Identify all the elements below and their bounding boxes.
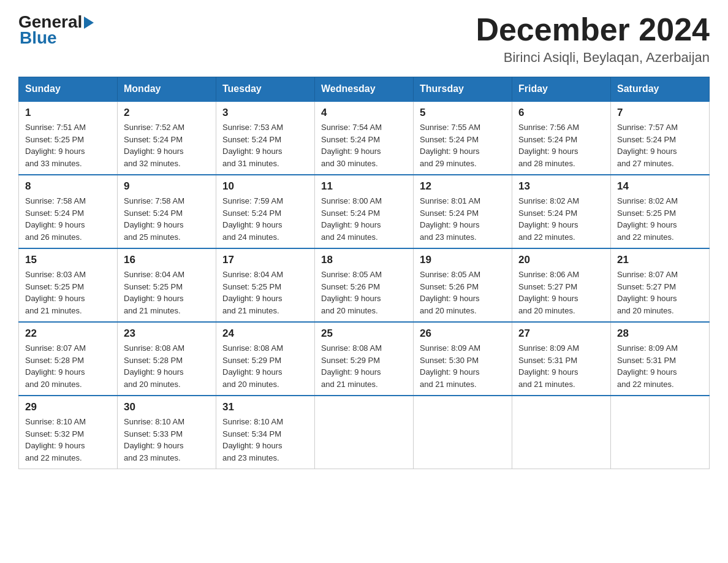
page-header: General Blue December 2024 Birinci Asiql… — [18, 12, 710, 66]
day-detail: Sunrise: 8:09 AM Sunset: 5:31 PM Dayligh… — [518, 342, 604, 390]
day-number: 25 — [321, 327, 407, 340]
calendar-week-row: 22 Sunrise: 8:07 AM Sunset: 5:28 PM Dayl… — [19, 322, 710, 396]
day-detail: Sunrise: 8:09 AM Sunset: 5:30 PM Dayligh… — [420, 342, 506, 390]
day-number: 9 — [124, 180, 210, 193]
day-detail: Sunrise: 8:03 AM Sunset: 5:25 PM Dayligh… — [25, 269, 111, 316]
logo: General Blue — [18, 12, 94, 48]
day-detail: Sunrise: 8:05 AM Sunset: 5:26 PM Dayligh… — [420, 269, 506, 316]
calendar-week-row: 1 Sunrise: 7:51 AM Sunset: 5:25 PM Dayli… — [19, 101, 710, 175]
calendar-cell: 10 Sunrise: 7:59 AM Sunset: 5:24 PM Dayl… — [216, 175, 315, 248]
day-detail: Sunrise: 7:51 AM Sunset: 5:25 PM Dayligh… — [25, 121, 111, 169]
day-number: 3 — [222, 107, 308, 119]
calendar-cell: 7 Sunrise: 7:57 AM Sunset: 5:24 PM Dayli… — [611, 101, 710, 175]
day-number: 17 — [222, 254, 308, 266]
day-detail: Sunrise: 8:04 AM Sunset: 5:25 PM Dayligh… — [222, 269, 308, 316]
day-detail: Sunrise: 7:52 AM Sunset: 5:24 PM Dayligh… — [124, 121, 210, 169]
day-detail: Sunrise: 8:10 AM Sunset: 5:32 PM Dayligh… — [25, 416, 111, 464]
day-detail: Sunrise: 8:00 AM Sunset: 5:24 PM Dayligh… — [321, 195, 407, 243]
day-detail: Sunrise: 8:08 AM Sunset: 5:29 PM Dayligh… — [321, 342, 407, 390]
calendar-cell: 20 Sunrise: 8:06 AM Sunset: 5:27 PM Dayl… — [512, 248, 611, 322]
day-number: 26 — [420, 327, 506, 340]
day-detail: Sunrise: 8:09 AM Sunset: 5:31 PM Dayligh… — [617, 342, 703, 390]
day-number: 21 — [617, 254, 703, 266]
day-detail: Sunrise: 7:54 AM Sunset: 5:24 PM Dayligh… — [321, 121, 407, 169]
day-number: 4 — [321, 107, 407, 119]
day-number: 19 — [420, 254, 506, 266]
day-number: 30 — [124, 401, 210, 413]
day-number: 13 — [518, 180, 604, 193]
weekday-header-monday: Monday — [118, 77, 216, 102]
calendar-cell: 21 Sunrise: 8:07 AM Sunset: 5:27 PM Dayl… — [611, 248, 710, 322]
calendar-cell: 9 Sunrise: 7:58 AM Sunset: 5:24 PM Dayli… — [118, 175, 216, 248]
weekday-header-friday: Friday — [512, 77, 611, 102]
weekday-header-saturday: Saturday — [611, 77, 710, 102]
calendar-table: SundayMondayTuesdayWednesdayThursdayFrid… — [18, 77, 710, 469]
calendar-cell: 16 Sunrise: 8:04 AM Sunset: 5:25 PM Dayl… — [118, 248, 216, 322]
day-detail: Sunrise: 7:58 AM Sunset: 5:24 PM Dayligh… — [25, 195, 111, 243]
day-detail: Sunrise: 8:07 AM Sunset: 5:28 PM Dayligh… — [25, 342, 111, 390]
day-number: 14 — [617, 180, 703, 193]
day-number: 23 — [124, 327, 210, 340]
calendar-week-row: 29 Sunrise: 8:10 AM Sunset: 5:32 PM Dayl… — [19, 396, 710, 469]
day-number: 5 — [420, 107, 506, 119]
day-number: 28 — [617, 327, 703, 340]
calendar-cell: 30 Sunrise: 8:10 AM Sunset: 5:33 PM Dayl… — [118, 396, 216, 469]
day-number: 6 — [518, 107, 604, 119]
calendar-cell: 17 Sunrise: 8:04 AM Sunset: 5:25 PM Dayl… — [216, 248, 315, 322]
weekday-header-sunday: Sunday — [19, 77, 118, 102]
day-detail: Sunrise: 8:08 AM Sunset: 5:29 PM Dayligh… — [222, 342, 308, 390]
day-detail: Sunrise: 8:08 AM Sunset: 5:28 PM Dayligh… — [124, 342, 210, 390]
day-number: 8 — [25, 180, 111, 193]
day-number: 22 — [25, 327, 111, 340]
calendar-week-row: 8 Sunrise: 7:58 AM Sunset: 5:24 PM Dayli… — [19, 175, 710, 248]
calendar-cell: 27 Sunrise: 8:09 AM Sunset: 5:31 PM Dayl… — [512, 322, 611, 396]
day-detail: Sunrise: 8:02 AM Sunset: 5:24 PM Dayligh… — [518, 195, 604, 243]
calendar-cell — [611, 396, 710, 469]
day-number: 1 — [25, 107, 111, 119]
calendar-cell — [414, 396, 512, 469]
day-number: 15 — [25, 254, 111, 266]
calendar-cell: 22 Sunrise: 8:07 AM Sunset: 5:28 PM Dayl… — [19, 322, 118, 396]
calendar-cell: 14 Sunrise: 8:02 AM Sunset: 5:25 PM Dayl… — [611, 175, 710, 248]
day-detail: Sunrise: 8:06 AM Sunset: 5:27 PM Dayligh… — [518, 269, 604, 316]
calendar-cell: 26 Sunrise: 8:09 AM Sunset: 5:30 PM Dayl… — [414, 322, 512, 396]
calendar-header-row: SundayMondayTuesdayWednesdayThursdayFrid… — [19, 77, 710, 102]
calendar-cell: 3 Sunrise: 7:53 AM Sunset: 5:24 PM Dayli… — [216, 101, 315, 175]
day-number: 29 — [25, 401, 111, 413]
day-detail: Sunrise: 7:58 AM Sunset: 5:24 PM Dayligh… — [124, 195, 210, 243]
weekday-header-tuesday: Tuesday — [216, 77, 315, 102]
day-detail: Sunrise: 8:04 AM Sunset: 5:25 PM Dayligh… — [124, 269, 210, 316]
day-number: 16 — [124, 254, 210, 266]
day-number: 10 — [222, 180, 308, 193]
calendar-cell — [512, 396, 611, 469]
day-number: 11 — [321, 180, 407, 193]
logo-triangle-icon — [84, 17, 94, 29]
calendar-cell: 13 Sunrise: 8:02 AM Sunset: 5:24 PM Dayl… — [512, 175, 611, 248]
day-number: 24 — [222, 327, 308, 340]
day-detail: Sunrise: 7:56 AM Sunset: 5:24 PM Dayligh… — [518, 121, 604, 169]
weekday-header-thursday: Thursday — [414, 77, 512, 102]
day-number: 31 — [222, 401, 308, 413]
day-number: 27 — [518, 327, 604, 340]
calendar-cell: 25 Sunrise: 8:08 AM Sunset: 5:29 PM Dayl… — [315, 322, 414, 396]
day-detail: Sunrise: 8:10 AM Sunset: 5:33 PM Dayligh… — [124, 416, 210, 464]
calendar-cell — [315, 396, 414, 469]
weekday-header-wednesday: Wednesday — [315, 77, 414, 102]
logo-blue-text: Blue — [20, 28, 57, 48]
day-number: 7 — [617, 107, 703, 119]
calendar-cell: 6 Sunrise: 7:56 AM Sunset: 5:24 PM Dayli… — [512, 101, 611, 175]
calendar-cell: 31 Sunrise: 8:10 AM Sunset: 5:34 PM Dayl… — [216, 396, 315, 469]
day-number: 12 — [420, 180, 506, 193]
subtitle: Birinci Asiqli, Beylaqan, Azerbaijan — [476, 50, 710, 66]
day-detail: Sunrise: 7:59 AM Sunset: 5:24 PM Dayligh… — [222, 195, 308, 243]
day-number: 18 — [321, 254, 407, 266]
calendar-cell: 2 Sunrise: 7:52 AM Sunset: 5:24 PM Dayli… — [118, 101, 216, 175]
calendar-cell: 5 Sunrise: 7:55 AM Sunset: 5:24 PM Dayli… — [414, 101, 512, 175]
day-detail: Sunrise: 7:55 AM Sunset: 5:24 PM Dayligh… — [420, 121, 506, 169]
calendar-cell: 23 Sunrise: 8:08 AM Sunset: 5:28 PM Dayl… — [118, 322, 216, 396]
calendar-cell: 24 Sunrise: 8:08 AM Sunset: 5:29 PM Dayl… — [216, 322, 315, 396]
title-section: December 2024 Birinci Asiqli, Beylaqan, … — [476, 12, 710, 66]
calendar-cell: 29 Sunrise: 8:10 AM Sunset: 5:32 PM Dayl… — [19, 396, 118, 469]
calendar-cell: 8 Sunrise: 7:58 AM Sunset: 5:24 PM Dayli… — [19, 175, 118, 248]
day-number: 2 — [124, 107, 210, 119]
